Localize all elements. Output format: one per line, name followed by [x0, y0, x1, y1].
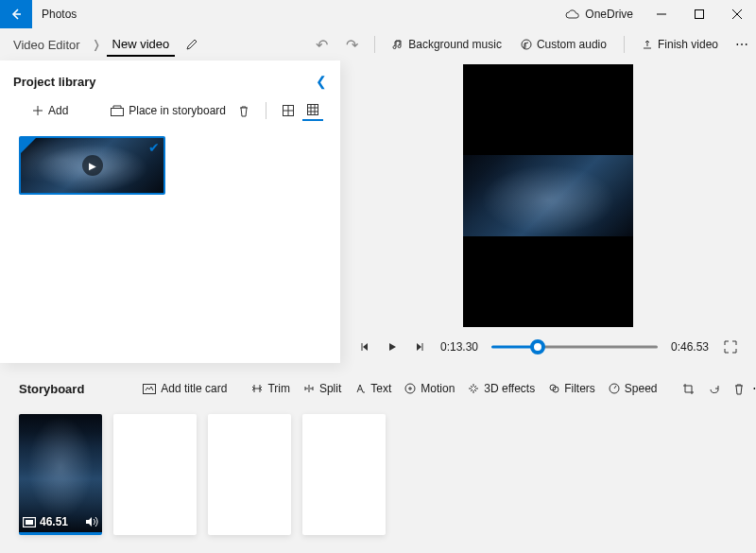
onedrive-label: OneDrive [585, 8, 633, 21]
rename-button[interactable] [179, 31, 205, 58]
preview-panel: 0:13.30 0:46.53 [340, 60, 756, 363]
play-overlay-icon: ▶ [82, 155, 103, 176]
grid-2x2-icon [283, 105, 294, 116]
crop-button[interactable] [677, 379, 700, 399]
crop-icon [682, 383, 695, 395]
library-title: Project library [13, 75, 316, 89]
rotate-icon [708, 383, 720, 395]
onedrive-button[interactable]: OneDrive [556, 8, 643, 21]
volume-icon [85, 516, 98, 527]
trim-button[interactable]: Trim [246, 378, 296, 399]
text-button[interactable]: Text [349, 378, 397, 399]
video-preview[interactable] [463, 64, 633, 327]
motion-button[interactable]: Motion [399, 378, 460, 399]
delete-media-button[interactable] [233, 100, 254, 121]
sub-header: Video Editor ❭ New video ↶ ↷ Background … [0, 28, 756, 60]
seek-slider[interactable] [491, 345, 658, 349]
storyboard-panel: Storyboard Add title card Trim Split Tex… [0, 363, 756, 535]
collapse-library-button[interactable]: ❮ [316, 74, 327, 89]
grid-3x3-icon [307, 104, 318, 115]
chevron-right-icon: ❭ [90, 38, 103, 51]
selected-corner-icon [21, 138, 36, 153]
speed-icon [609, 383, 620, 394]
check-icon: ✔ [148, 140, 160, 155]
add-title-card-button[interactable]: Add title card [137, 378, 232, 399]
maximize-button[interactable] [680, 0, 718, 28]
storyboard-more-button[interactable]: ⋯ [752, 375, 756, 402]
text-icon [354, 383, 366, 394]
back-button[interactable] [0, 0, 32, 28]
svg-rect-2 [112, 109, 124, 116]
total-time: 0:46.53 [667, 340, 713, 354]
app-title: Photos [32, 8, 77, 21]
add-media-button[interactable]: Add [28, 100, 72, 121]
trash-icon [238, 105, 249, 117]
filters-icon [548, 383, 559, 394]
title-card-icon [143, 384, 156, 394]
pencil-icon [185, 38, 198, 51]
speed-button[interactable]: Speed [603, 378, 663, 399]
storyboard-empty-slot[interactable] [113, 414, 197, 535]
svg-rect-4 [308, 105, 318, 115]
separator [266, 102, 266, 119]
separator [374, 36, 375, 53]
grid-small-button[interactable] [302, 100, 323, 121]
svg-rect-0 [696, 10, 704, 19]
plus-icon [32, 105, 43, 116]
trash-icon [733, 383, 745, 395]
delete-clip-button[interactable] [728, 379, 750, 399]
close-button[interactable] [718, 0, 756, 28]
motion-icon [404, 383, 416, 394]
filters-button[interactable]: Filters [542, 378, 601, 399]
more-button[interactable]: ⋯ [730, 31, 756, 58]
music-icon [392, 39, 404, 50]
place-in-storyboard-button[interactable]: Place in storyboard [107, 100, 230, 121]
rotate-button[interactable] [702, 379, 726, 399]
3d-effects-button[interactable]: 3D effects [462, 378, 541, 399]
grid-large-button[interactable] [278, 100, 299, 121]
sparkle-icon [468, 383, 479, 394]
custom-audio-button[interactable]: Custom audio [513, 31, 614, 58]
play-button[interactable] [384, 338, 401, 355]
breadcrumb-root[interactable]: Video Editor [8, 34, 86, 56]
background-music-button[interactable]: Background music [385, 31, 509, 58]
library-clip[interactable]: ✔ ▶ [19, 136, 165, 195]
prev-frame-button[interactable] [357, 338, 374, 355]
storyboard-icon [111, 105, 124, 116]
seek-knob[interactable] [530, 339, 545, 354]
storyboard-title: Storyboard [19, 382, 99, 396]
finish-video-button[interactable]: Finish video [634, 31, 726, 58]
trim-icon [251, 383, 263, 394]
current-time: 0:13.30 [437, 340, 482, 354]
split-button[interactable]: Split [298, 378, 347, 399]
svg-rect-11 [26, 520, 33, 525]
audio-icon [521, 39, 532, 50]
minimize-button[interactable] [643, 0, 680, 28]
project-library-panel: Project library ❮ Add Place in storyboar… [0, 60, 340, 363]
separator [624, 36, 625, 53]
export-icon [642, 39, 653, 50]
breadcrumb-current[interactable]: New video [107, 33, 176, 57]
title-bar: Photos OneDrive [0, 0, 756, 28]
fullscreen-button[interactable] [722, 338, 739, 355]
clip-duration: 46.51 [40, 515, 81, 528]
cloud-icon [565, 9, 580, 19]
next-frame-button[interactable] [410, 338, 427, 355]
undo-button[interactable]: ↶ [308, 31, 335, 58]
svg-point-1 [522, 40, 531, 49]
video-content [463, 155, 633, 236]
aspect-icon [23, 517, 36, 527]
storyboard-empty-slot[interactable] [302, 414, 386, 535]
redo-button[interactable]: ↷ [338, 31, 365, 58]
storyboard-empty-slot[interactable] [208, 414, 291, 535]
storyboard-clip[interactable]: 46.51 [19, 414, 102, 535]
split-icon [303, 383, 315, 394]
